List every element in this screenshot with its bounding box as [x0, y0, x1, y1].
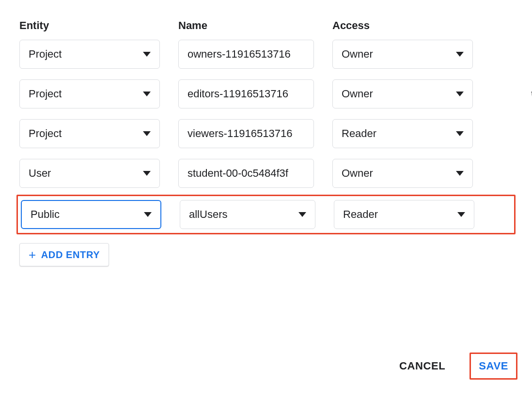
access-value: Reader — [343, 208, 378, 221]
entity-select[interactable]: Project — [19, 40, 160, 69]
caret-down-icon — [456, 92, 464, 96]
header-access: Access — [332, 19, 473, 32]
name-value: viewers-11916513716 — [188, 127, 293, 140]
access-select[interactable]: Owner — [332, 79, 473, 108]
caret-down-icon — [143, 131, 151, 136]
access-value: Owner — [342, 88, 373, 100]
column-headers: Entity Name Access — [19, 19, 513, 32]
entity-value: Project — [29, 48, 62, 61]
name-input[interactable]: student-00-0c5484f3f — [178, 159, 314, 188]
access-select[interactable]: Reader — [334, 200, 474, 229]
dialog-footer: CANCEL SAVE — [399, 353, 517, 380]
add-entry-button[interactable]: + ADD ENTRY — [19, 243, 109, 266]
caret-down-icon — [298, 212, 306, 217]
access-value: Owner — [342, 167, 373, 180]
name-value: owners-11916513716 — [188, 48, 291, 61]
header-entity: Entity — [19, 19, 160, 32]
permission-row: PublicallUsersReader — [16, 195, 516, 234]
trash-icon[interactable] — [530, 208, 532, 221]
permission-row: Userstudent-00-0c5484f3fOwner — [19, 159, 513, 188]
entity-value: Project — [29, 127, 62, 140]
save-button[interactable]: SAVE — [469, 353, 517, 380]
name-input[interactable]: viewers-11916513716 — [178, 119, 314, 148]
permission-row: Projectviewers-11916513716Reader — [19, 119, 513, 148]
permission-row: Projectowners-11916513716Owner — [19, 40, 513, 69]
name-value: editors-11916513716 — [188, 88, 288, 100]
header-name: Name — [178, 19, 314, 32]
access-select[interactable]: Owner — [332, 159, 473, 188]
entity-select[interactable]: Project — [19, 119, 160, 148]
name-value: student-00-0c5484f3f — [188, 167, 288, 180]
caret-down-icon — [456, 171, 464, 176]
name-input[interactable]: owners-11916513716 — [178, 40, 314, 69]
access-value: Owner — [342, 48, 373, 61]
caret-down-icon — [143, 52, 151, 57]
caret-down-icon — [143, 92, 151, 96]
name-input[interactable]: editors-11916513716 — [178, 79, 314, 108]
entity-select[interactable]: User — [19, 159, 160, 188]
permission-row: Projecteditors-11916513716Owner — [19, 79, 513, 108]
caret-down-icon — [456, 131, 464, 136]
name-select[interactable]: allUsers — [180, 200, 315, 229]
access-value: Reader — [342, 127, 376, 140]
trash-icon[interactable] — [528, 88, 532, 100]
caret-down-icon — [143, 171, 151, 176]
entity-value: Project — [29, 88, 62, 100]
access-select[interactable]: Owner — [332, 40, 473, 69]
name-value: allUsers — [189, 208, 227, 221]
add-entry-label: ADD ENTRY — [41, 249, 100, 261]
caret-down-icon — [456, 52, 464, 57]
cancel-button[interactable]: CANCEL — [399, 360, 445, 372]
plus-icon: + — [29, 248, 36, 261]
access-select[interactable]: Reader — [332, 119, 473, 148]
entity-select[interactable]: Project — [19, 79, 160, 108]
entity-select[interactable]: Public — [21, 200, 161, 229]
entity-value: Public — [31, 208, 60, 221]
caret-down-icon — [457, 212, 465, 217]
caret-down-icon — [144, 212, 152, 217]
permission-rows: Projectowners-11916513716OwnerProjectedi… — [19, 40, 513, 230]
entity-value: User — [29, 167, 51, 180]
